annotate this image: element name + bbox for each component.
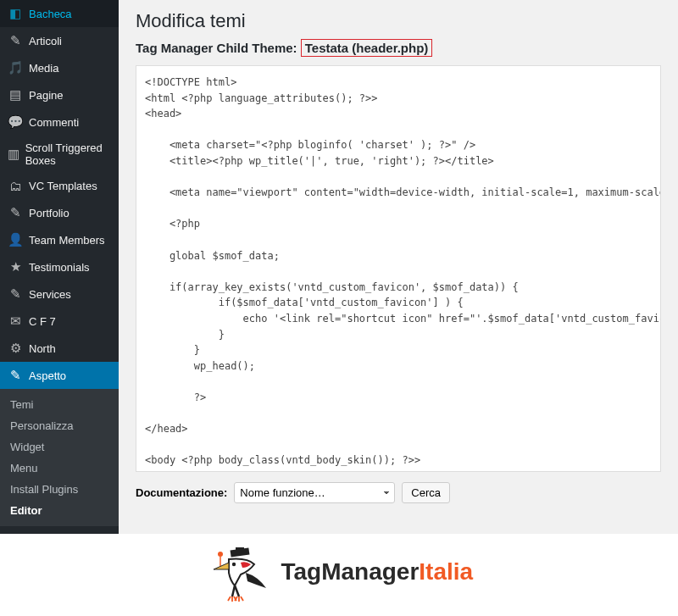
theme-name: Tag Manager Child Theme: — [136, 41, 301, 55]
sidebar-item-label: Media — [29, 62, 58, 75]
file-name-highlight: Testata (header.php) — [301, 39, 433, 57]
admin-sidebar: ◧Bacheca✎Articoli🎵Media▤Pagine💬Commenti▥… — [0, 0, 119, 534]
menu-icon: 🗂 — [7, 179, 24, 193]
menu-icon: ▥ — [7, 147, 20, 162]
sidebar-item-scroll-triggered-boxes[interactable]: ▥Scroll Triggered Boxes — [0, 136, 119, 173]
sidebar-item-label: Pagine — [29, 89, 63, 102]
file-subtitle: Tag Manager Child Theme: Testata (header… — [136, 39, 661, 57]
sidebar-sub-personalizza[interactable]: Personalizza — [0, 415, 119, 436]
sidebar-item-north[interactable]: ⚙North — [0, 335, 119, 362]
sidebar-sub-menu[interactable]: Menu — [0, 458, 119, 479]
sidebar-item-label: Articoli — [29, 35, 62, 47]
code-editor[interactable]: <!DOCTYPE html> <html <?php language_att… — [136, 65, 661, 472]
sidebar-item-bacheca[interactable]: ◧Bacheca — [0, 0, 119, 27]
menu-icon: 👤 — [7, 232, 24, 247]
menu-icon: 🎵 — [7, 60, 24, 75]
sidebar-item-articoli[interactable]: ✎Articoli — [0, 27, 119, 54]
brush-icon: ✎ — [7, 368, 24, 383]
sidebar-item-label: C F 7 — [29, 315, 56, 328]
sidebar-item-label: North — [29, 342, 56, 355]
menu-icon: ✎ — [7, 286, 24, 302]
sidebar-item-commenti[interactable]: 💬Commenti — [0, 108, 119, 136]
sidebar-item-label: Bacheca — [29, 8, 72, 20]
menu-icon: ✉ — [7, 314, 24, 329]
sidebar-item-portfolio[interactable]: ✎Portfolio — [0, 199, 119, 226]
branding-footer: TagManagerItalia — [0, 534, 678, 613]
main-content: Modifica temi Tag Manager Child Theme: T… — [119, 0, 678, 534]
page-title: Modifica temi — [136, 10, 661, 32]
menu-icon: ⚙ — [7, 341, 24, 356]
sidebar-item-team-members[interactable]: 👤Team Members — [0, 226, 119, 253]
sidebar-item-label: Aspetto — [29, 369, 66, 382]
sidebar-sub-editor[interactable]: Editor — [0, 500, 119, 521]
sidebar-item-label: VC Templates — [29, 180, 97, 192]
menu-icon: ✎ — [7, 205, 24, 220]
sidebar-item-services[interactable]: ✎Services — [0, 280, 119, 308]
sidebar-item-testimonials[interactable]: ★Testimonials — [0, 253, 119, 280]
brand-text-1: TagManager — [281, 558, 419, 585]
sidebar-item-label: Commenti — [29, 116, 79, 129]
menu-icon: ▤ — [7, 87, 24, 103]
sidebar-item-label: Team Members — [29, 234, 105, 247]
sidebar-item-media[interactable]: 🎵Media — [0, 54, 119, 81]
svg-rect-1 — [236, 547, 244, 552]
sidebar-submenu: TemiPersonalizzaWidgetMenuInstall Plugin… — [0, 389, 119, 526]
search-button[interactable]: Cerca — [402, 482, 450, 503]
sidebar-item-label: Scroll Triggered Boxes — [25, 142, 112, 167]
menu-icon: 💬 — [7, 114, 24, 130]
woodpecker-logo-icon — [205, 547, 281, 607]
brand-text-2: Italia — [419, 558, 473, 585]
menu-icon: ◧ — [7, 6, 24, 21]
sidebar-sub-widget[interactable]: Widget — [0, 436, 119, 458]
function-select[interactable]: Nome funzione… — [234, 482, 395, 503]
sidebar-item-c-f-7[interactable]: ✉C F 7 — [0, 308, 119, 335]
sidebar-sub-install-plugins[interactable]: Install Plugins — [0, 479, 119, 500]
sidebar-item-label: Testimonials — [29, 261, 90, 274]
menu-icon: ★ — [7, 259, 24, 275]
sidebar-item-label: Portfolio — [29, 207, 69, 219]
sidebar-item-pagine[interactable]: ▤Pagine — [0, 81, 119, 108]
svg-marker-4 — [214, 563, 229, 569]
menu-icon: ✎ — [7, 33, 24, 48]
documentation-row: Documentazione: Nome funzione… Cerca — [136, 482, 661, 503]
sidebar-item-vc-templates[interactable]: 🗂VC Templates — [0, 173, 119, 199]
sidebar-sub-temi[interactable]: Temi — [0, 394, 119, 415]
sidebar-item-aspetto[interactable]: ✎ Aspetto — [0, 362, 119, 389]
svg-point-2 — [218, 552, 223, 557]
documentation-label: Documentazione: — [136, 486, 227, 499]
sidebar-item-label: Services — [29, 288, 71, 301]
svg-point-5 — [232, 563, 236, 566]
